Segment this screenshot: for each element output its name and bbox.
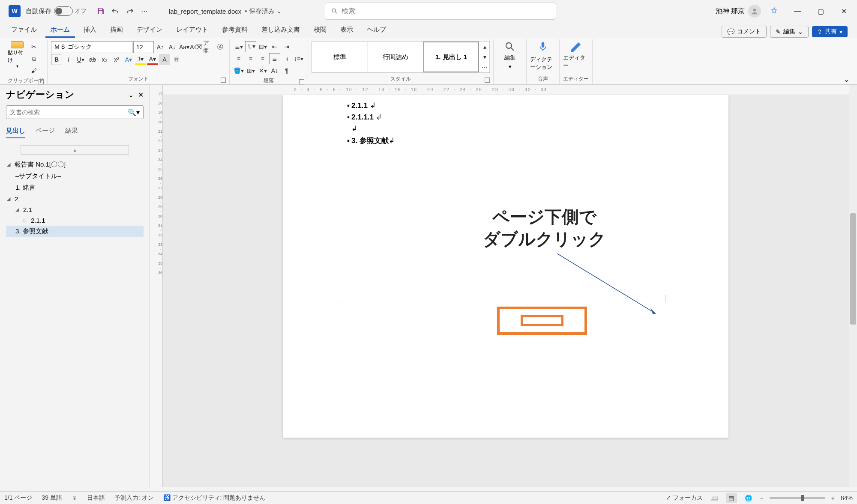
tab-view[interactable]: 表示 [335, 23, 358, 38]
style-nospacing[interactable]: 行間詰め [368, 42, 423, 72]
tree-item[interactable]: ▷2.1.1 [6, 215, 144, 226]
phonetic-guide-icon[interactable]: ア亜 [203, 42, 214, 53]
tab-design[interactable]: デザイン [132, 23, 168, 38]
font-dialog-icon[interactable] [221, 78, 226, 83]
text-effects-icon[interactable]: A▾ [123, 54, 134, 65]
inc-indent-icon[interactable]: ⇥ [281, 41, 292, 52]
tree-item-selected[interactable]: 3. 参照文献 [6, 226, 144, 237]
subscript-button[interactable]: x₂ [99, 54, 110, 65]
grow-font-icon[interactable]: A↑ [155, 42, 166, 53]
print-layout-icon[interactable]: ▤ [726, 493, 737, 503]
vertical-ruler[interactable]: 17·18· 19·20· 21·22· 23·24· 25·26· 27·28… [150, 85, 163, 487]
nav-jump-button[interactable]: ▴ [21, 145, 129, 155]
multilevel-icon[interactable]: ⊟▾ [257, 41, 268, 52]
status-wordcount[interactable]: 39 単語 [42, 494, 62, 502]
zoom-in-button[interactable]: + [831, 495, 835, 501]
document-body[interactable]: ▪2.1.1 ↲ ▪2.1.1.1 ↲ ↲ ▪3. 参照文献↲ [347, 101, 395, 148]
horizontal-ruler[interactable]: 2·4·6·8·10·12·14·16·18·20·22·24·26·28·30… [163, 85, 857, 95]
tab-layout[interactable]: レイアウト [171, 23, 213, 38]
comments-button[interactable]: 💬 コメント [722, 26, 767, 38]
shading-icon[interactable]: 🪣▾ [233, 65, 244, 76]
change-case-icon[interactable]: Aa▾ [179, 42, 190, 53]
status-predictive[interactable]: 予測入力: オン [114, 494, 154, 502]
undo-icon[interactable] [109, 5, 122, 18]
asian-layout-icon[interactable]: ✕▾ [257, 65, 268, 76]
enclose-char-icon[interactable]: Ⓐ [215, 42, 226, 53]
tree-item[interactable]: ◢報告書 No.1[〇〇] [6, 159, 144, 170]
tab-references[interactable]: 参考資料 [217, 23, 253, 38]
nav-tab-headings[interactable]: 見出し [6, 127, 25, 138]
numbering-icon[interactable]: ⒈▾ [245, 41, 256, 52]
cut-icon[interactable]: ✂ [28, 41, 39, 52]
nav-close-icon[interactable]: ✕ [138, 91, 144, 99]
autosave-toggle[interactable] [54, 6, 73, 16]
bullets-icon[interactable]: ≣▾ [233, 41, 244, 52]
style-gallery[interactable]: 標準 行間詰め 1. 見出し 1 ▴ ▾ ⋯ [312, 41, 490, 73]
align-left-icon[interactable]: ≡ [233, 53, 244, 64]
tab-mailings[interactable]: 差し込み文書 [256, 23, 305, 38]
tab-help[interactable]: ヘルプ [362, 23, 391, 38]
styles-dialog-icon[interactable] [485, 78, 490, 83]
clear-formatting-icon[interactable]: A⌫ [191, 42, 202, 53]
highlight-icon[interactable]: ℐ▾ [135, 54, 146, 65]
char-shading-icon[interactable]: A [159, 54, 170, 65]
redo-icon[interactable] [123, 5, 136, 18]
find-button[interactable]: 編集▾ [497, 41, 523, 70]
format-painter-icon[interactable]: 🖌 [28, 65, 39, 76]
focus-mode-button[interactable]: ⤢ フォーカス [666, 494, 703, 502]
paragraph-dialog-icon[interactable] [299, 79, 304, 84]
status-language[interactable]: 日本語 [87, 494, 105, 502]
style-heading1[interactable]: 1. 見出し 1 [423, 42, 479, 72]
line-spacing-icon[interactable]: ↕≡▾ [293, 53, 304, 64]
justify-icon[interactable]: ≣ [269, 53, 280, 64]
tree-item[interactable]: ◢2. [6, 194, 144, 204]
zoom-level[interactable]: 84% [841, 495, 853, 501]
font-color-icon[interactable]: A▾ [147, 54, 158, 65]
tree-item[interactable]: –サブタイトル– [6, 170, 144, 182]
web-layout-icon[interactable]: 🌐 [743, 493, 754, 503]
char-border-icon[interactable]: ㊕ [171, 54, 182, 65]
distribute-icon[interactable]: ⫞ [281, 53, 292, 64]
gallery-more-icon[interactable]: ⋯ [479, 62, 490, 72]
vertical-scrollbar[interactable] [849, 85, 857, 487]
search-box[interactable]: 検索 [325, 3, 556, 20]
style-normal[interactable]: 標準 [312, 42, 368, 72]
nav-tab-pages[interactable]: ページ [36, 127, 55, 138]
tab-insert[interactable]: 挿入 [78, 23, 102, 38]
page[interactable]: ▪2.1.1 ↲ ▪2.1.1.1 ↲ ↲ ▪3. 参照文献↲ ページ下側で ダ… [283, 95, 728, 438]
zoom-slider[interactable] [770, 497, 825, 499]
copy-icon[interactable]: ⧉ [28, 53, 39, 64]
tree-item[interactable]: 1. 緒言 [6, 182, 144, 194]
nav-search-input[interactable]: 🔍▾ [6, 105, 144, 119]
gallery-up-icon[interactable]: ▴ [479, 42, 490, 52]
maximize-icon[interactable]: ▢ [811, 3, 830, 20]
tab-file[interactable]: ファイル [6, 23, 42, 38]
close-icon[interactable]: ✕ [834, 3, 854, 20]
underline-button[interactable]: U▾ [75, 54, 86, 65]
read-mode-icon[interactable]: 📖 [709, 493, 720, 503]
shrink-font-icon[interactable]: A↓ [167, 42, 178, 53]
qat-more-icon[interactable]: ⋯ [138, 5, 151, 18]
tab-review[interactable]: 校閲 [309, 23, 332, 38]
status-language-icon[interactable]: 🗏 [72, 495, 78, 501]
dec-indent-icon[interactable]: ⇤ [269, 41, 280, 52]
save-icon[interactable] [94, 5, 107, 18]
sort-icon[interactable]: A↓ [269, 65, 280, 76]
font-family-select[interactable]: ＭＳ ゴシック [51, 41, 132, 53]
status-accessibility[interactable]: ♿ アクセシビリティ: 問題ありません [163, 494, 266, 502]
bold-button[interactable]: B [51, 54, 62, 65]
paste-button[interactable]: 貼り付け▾ [8, 41, 27, 69]
nav-tab-results[interactable]: 結果 [65, 127, 78, 138]
editing-mode-button[interactable]: ✎ 編集 ⌄ [770, 26, 809, 38]
coming-soon-icon[interactable] [764, 3, 784, 20]
user-account[interactable]: 池神 那京 [716, 5, 761, 18]
zoom-out-button[interactable]: − [760, 495, 764, 501]
show-marks-icon[interactable]: ¶ [281, 65, 292, 76]
borders-icon[interactable]: ⊞▾ [245, 65, 256, 76]
align-right-icon[interactable]: ≡ [257, 53, 268, 64]
superscript-button[interactable]: x² [111, 54, 122, 65]
align-center-icon[interactable]: ≡ [245, 53, 256, 64]
share-button[interactable]: ⇪ 共有 ▾ [812, 26, 848, 37]
editor-button[interactable]: エディター [563, 41, 589, 69]
clipboard-dialog-icon[interactable] [39, 79, 44, 84]
